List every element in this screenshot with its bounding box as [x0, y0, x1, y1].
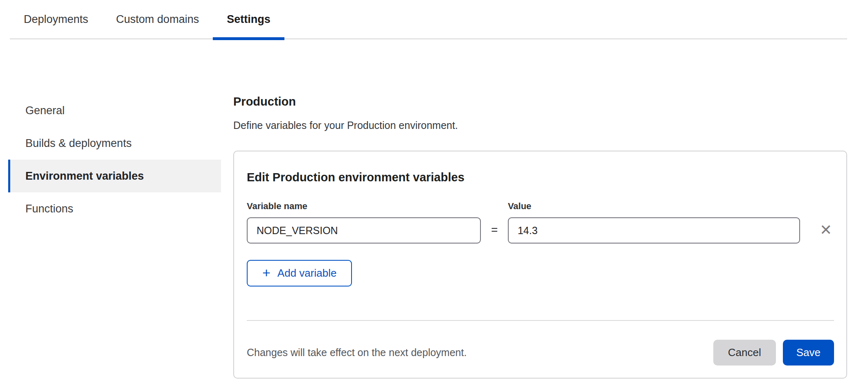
variable-name-input[interactable] [247, 217, 481, 244]
sidebar-item-environment-variables[interactable]: Environment variables [8, 160, 221, 192]
environment-variables-card: Edit Production environment variables Va… [233, 151, 847, 379]
card-divider [247, 320, 834, 321]
sidebar-item-builds-deployments[interactable]: Builds & deployments [8, 127, 221, 160]
sidebar-item-general[interactable]: General [8, 94, 221, 127]
tab-custom-domains[interactable]: Custom domains [102, 12, 213, 38]
page-title: Production [233, 94, 847, 109]
tab-settings[interactable]: Settings [213, 12, 284, 38]
equals-sign: = [481, 223, 508, 244]
main-content: Production Define variables for your Pro… [233, 94, 847, 379]
add-variable-button[interactable]: + Add variable [247, 260, 352, 286]
remove-variable-icon[interactable]: ✕ [818, 222, 834, 238]
settings-layout: General Builds & deployments Environment… [0, 39, 868, 379]
save-button[interactable]: Save [783, 340, 834, 365]
card-title: Edit Production environment variables [247, 169, 834, 185]
card-footer: Changes will take effect on the next dep… [247, 340, 834, 365]
settings-sidebar: General Builds & deployments Environment… [8, 94, 221, 225]
variable-value-label: Value [508, 201, 800, 212]
sidebar-item-functions[interactable]: Functions [8, 192, 221, 225]
page-subtitle: Define variables for your Production env… [233, 119, 847, 132]
plus-icon: + [262, 266, 271, 280]
add-variable-label: Add variable [277, 267, 337, 280]
variable-name-label: Variable name [247, 201, 481, 212]
variable-value-field: Value [508, 201, 800, 244]
tab-bar: Deployments Custom domains Settings [10, 0, 847, 39]
variable-value-input[interactable] [508, 217, 800, 244]
cancel-button[interactable]: Cancel [713, 340, 776, 365]
footer-note: Changes will take effect on the next dep… [247, 347, 467, 359]
tab-deployments[interactable]: Deployments [10, 12, 102, 38]
footer-actions: Cancel Save [713, 340, 834, 365]
variable-name-field: Variable name [247, 201, 481, 244]
variable-row: Variable name = Value ✕ [247, 201, 834, 244]
